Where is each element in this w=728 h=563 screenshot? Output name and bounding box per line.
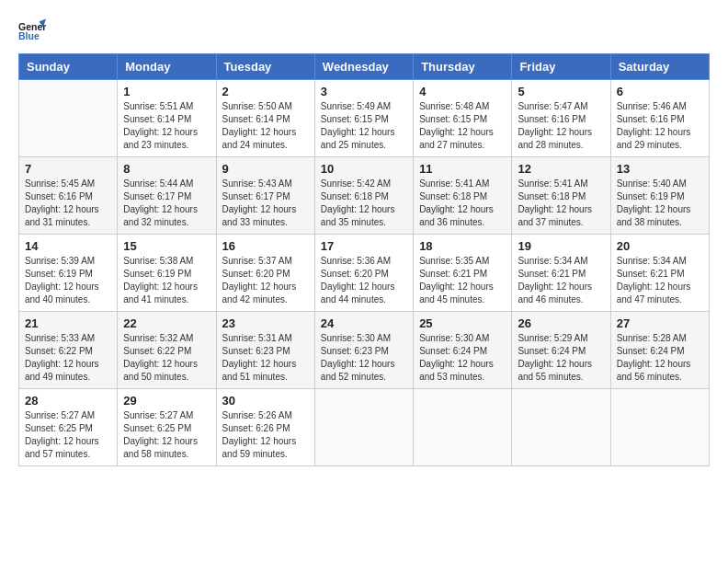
- day-cell: 28Sunrise: 5:27 AM Sunset: 6:25 PM Dayli…: [19, 389, 118, 466]
- day-number: 17: [321, 239, 407, 253]
- header-cell-saturday: Saturday: [610, 54, 709, 80]
- day-info: Sunrise: 5:37 AM Sunset: 6:20 PM Dayligh…: [222, 255, 309, 306]
- day-cell: 11Sunrise: 5:41 AM Sunset: 6:18 PM Dayli…: [414, 157, 512, 235]
- day-number: 10: [321, 162, 407, 176]
- day-cell: 22Sunrise: 5:32 AM Sunset: 6:22 PM Dayli…: [118, 312, 216, 389]
- day-cell: 1Sunrise: 5:51 AM Sunset: 6:14 PM Daylig…: [118, 80, 216, 157]
- header-cell-friday: Friday: [512, 54, 610, 80]
- day-number: 20: [617, 239, 703, 253]
- day-info: Sunrise: 5:30 AM Sunset: 6:23 PM Dayligh…: [321, 332, 407, 384]
- week-row-4: 21Sunrise: 5:33 AM Sunset: 6:22 PM Dayli…: [19, 312, 710, 389]
- header-cell-thursday: Thursday: [414, 54, 512, 80]
- day-info: Sunrise: 5:35 AM Sunset: 6:21 PM Dayligh…: [419, 255, 506, 306]
- day-cell: [19, 80, 118, 157]
- day-info: Sunrise: 5:41 AM Sunset: 6:18 PM Dayligh…: [419, 178, 506, 229]
- day-number: 16: [222, 239, 309, 253]
- day-number: 21: [25, 316, 111, 330]
- week-row-3: 14Sunrise: 5:39 AM Sunset: 6:19 PM Dayli…: [19, 235, 710, 312]
- day-cell: 4Sunrise: 5:48 AM Sunset: 6:15 PM Daylig…: [414, 80, 512, 157]
- day-number: 5: [518, 85, 604, 98]
- day-cell: 16Sunrise: 5:37 AM Sunset: 6:20 PM Dayli…: [216, 235, 314, 312]
- day-info: Sunrise: 5:34 AM Sunset: 6:21 PM Dayligh…: [518, 255, 604, 306]
- day-info: Sunrise: 5:36 AM Sunset: 6:20 PM Dayligh…: [321, 255, 407, 306]
- day-number: 23: [222, 316, 309, 330]
- day-cell: 3Sunrise: 5:49 AM Sunset: 6:15 PM Daylig…: [314, 80, 413, 157]
- day-cell: 19Sunrise: 5:34 AM Sunset: 6:21 PM Dayli…: [512, 235, 610, 312]
- day-cell: 24Sunrise: 5:30 AM Sunset: 6:23 PM Dayli…: [314, 312, 413, 389]
- day-number: 29: [123, 394, 210, 408]
- day-number: 24: [321, 316, 407, 330]
- day-number: 7: [25, 162, 111, 176]
- day-info: Sunrise: 5:44 AM Sunset: 6:17 PM Dayligh…: [123, 178, 210, 229]
- day-cell: 8Sunrise: 5:44 AM Sunset: 6:17 PM Daylig…: [118, 157, 216, 235]
- logo-icon: General Blue: [18, 18, 46, 44]
- week-row-2: 7Sunrise: 5:45 AM Sunset: 6:16 PM Daylig…: [19, 157, 710, 235]
- day-info: Sunrise: 5:45 AM Sunset: 6:16 PM Dayligh…: [25, 178, 111, 229]
- day-number: 22: [123, 316, 210, 330]
- week-row-5: 28Sunrise: 5:27 AM Sunset: 6:25 PM Dayli…: [19, 389, 710, 466]
- day-number: 18: [419, 239, 506, 253]
- day-number: 25: [419, 316, 506, 330]
- header-cell-monday: Monday: [118, 54, 216, 80]
- header-cell-tuesday: Tuesday: [216, 54, 314, 80]
- day-info: Sunrise: 5:38 AM Sunset: 6:19 PM Dayligh…: [123, 255, 210, 306]
- header: General Blue: [18, 18, 710, 44]
- day-cell: 15Sunrise: 5:38 AM Sunset: 6:19 PM Dayli…: [118, 235, 216, 312]
- day-cell: 25Sunrise: 5:30 AM Sunset: 6:24 PM Dayli…: [414, 312, 512, 389]
- day-cell: [512, 389, 610, 466]
- day-cell: 23Sunrise: 5:31 AM Sunset: 6:23 PM Dayli…: [216, 312, 314, 389]
- day-number: 19: [518, 239, 604, 253]
- day-info: Sunrise: 5:43 AM Sunset: 6:17 PM Dayligh…: [222, 178, 309, 229]
- day-cell: 2Sunrise: 5:50 AM Sunset: 6:14 PM Daylig…: [216, 80, 314, 157]
- day-cell: [610, 389, 709, 466]
- day-info: Sunrise: 5:40 AM Sunset: 6:19 PM Dayligh…: [617, 178, 703, 229]
- day-number: 3: [321, 85, 407, 98]
- day-info: Sunrise: 5:47 AM Sunset: 6:16 PM Dayligh…: [518, 100, 604, 152]
- day-info: Sunrise: 5:33 AM Sunset: 6:22 PM Dayligh…: [25, 332, 111, 384]
- day-cell: 29Sunrise: 5:27 AM Sunset: 6:25 PM Dayli…: [118, 389, 216, 466]
- header-cell-wednesday: Wednesday: [314, 54, 413, 80]
- day-info: Sunrise: 5:42 AM Sunset: 6:18 PM Dayligh…: [321, 178, 407, 229]
- day-cell: 17Sunrise: 5:36 AM Sunset: 6:20 PM Dayli…: [314, 235, 413, 312]
- day-cell: 13Sunrise: 5:40 AM Sunset: 6:19 PM Dayli…: [610, 157, 709, 235]
- day-number: 15: [123, 239, 210, 253]
- day-cell: [414, 389, 512, 466]
- day-number: 26: [518, 316, 604, 330]
- day-number: 1: [123, 85, 210, 98]
- day-number: 27: [617, 316, 703, 330]
- day-cell: 7Sunrise: 5:45 AM Sunset: 6:16 PM Daylig…: [19, 157, 118, 235]
- day-number: 4: [419, 85, 506, 98]
- calendar-body: 1Sunrise: 5:51 AM Sunset: 6:14 PM Daylig…: [19, 80, 710, 466]
- day-cell: 12Sunrise: 5:41 AM Sunset: 6:18 PM Dayli…: [512, 157, 610, 235]
- day-info: Sunrise: 5:31 AM Sunset: 6:23 PM Dayligh…: [222, 332, 309, 384]
- day-number: 14: [25, 239, 111, 253]
- week-row-1: 1Sunrise: 5:51 AM Sunset: 6:14 PM Daylig…: [19, 80, 710, 157]
- day-info: Sunrise: 5:32 AM Sunset: 6:22 PM Dayligh…: [123, 332, 210, 384]
- day-number: 6: [617, 85, 703, 98]
- day-cell: 27Sunrise: 5:28 AM Sunset: 6:24 PM Dayli…: [610, 312, 709, 389]
- day-number: 8: [123, 162, 210, 176]
- day-number: 30: [222, 394, 309, 408]
- day-info: Sunrise: 5:34 AM Sunset: 6:21 PM Dayligh…: [617, 255, 703, 306]
- day-cell: 18Sunrise: 5:35 AM Sunset: 6:21 PM Dayli…: [414, 235, 512, 312]
- day-cell: 9Sunrise: 5:43 AM Sunset: 6:17 PM Daylig…: [216, 157, 314, 235]
- day-info: Sunrise: 5:39 AM Sunset: 6:19 PM Dayligh…: [25, 255, 111, 306]
- day-number: 28: [25, 394, 111, 408]
- day-info: Sunrise: 5:50 AM Sunset: 6:14 PM Dayligh…: [222, 100, 309, 152]
- calendar-header: SundayMondayTuesdayWednesdayThursdayFrid…: [19, 54, 710, 80]
- day-cell: 21Sunrise: 5:33 AM Sunset: 6:22 PM Dayli…: [19, 312, 118, 389]
- logo: General Blue: [18, 18, 50, 44]
- day-info: Sunrise: 5:41 AM Sunset: 6:18 PM Dayligh…: [518, 178, 604, 229]
- day-cell: 20Sunrise: 5:34 AM Sunset: 6:21 PM Dayli…: [610, 235, 709, 312]
- header-row: SundayMondayTuesdayWednesdayThursdayFrid…: [19, 54, 710, 80]
- day-info: Sunrise: 5:49 AM Sunset: 6:15 PM Dayligh…: [321, 100, 407, 152]
- day-info: Sunrise: 5:26 AM Sunset: 6:26 PM Dayligh…: [222, 409, 309, 461]
- svg-text:Blue: Blue: [18, 30, 40, 41]
- day-cell: 5Sunrise: 5:47 AM Sunset: 6:16 PM Daylig…: [512, 80, 610, 157]
- day-info: Sunrise: 5:46 AM Sunset: 6:16 PM Dayligh…: [617, 100, 703, 152]
- header-cell-sunday: Sunday: [19, 54, 118, 80]
- day-info: Sunrise: 5:29 AM Sunset: 6:24 PM Dayligh…: [518, 332, 604, 384]
- day-cell: 30Sunrise: 5:26 AM Sunset: 6:26 PM Dayli…: [216, 389, 314, 466]
- day-cell: 10Sunrise: 5:42 AM Sunset: 6:18 PM Dayli…: [314, 157, 413, 235]
- day-cell: 14Sunrise: 5:39 AM Sunset: 6:19 PM Dayli…: [19, 235, 118, 312]
